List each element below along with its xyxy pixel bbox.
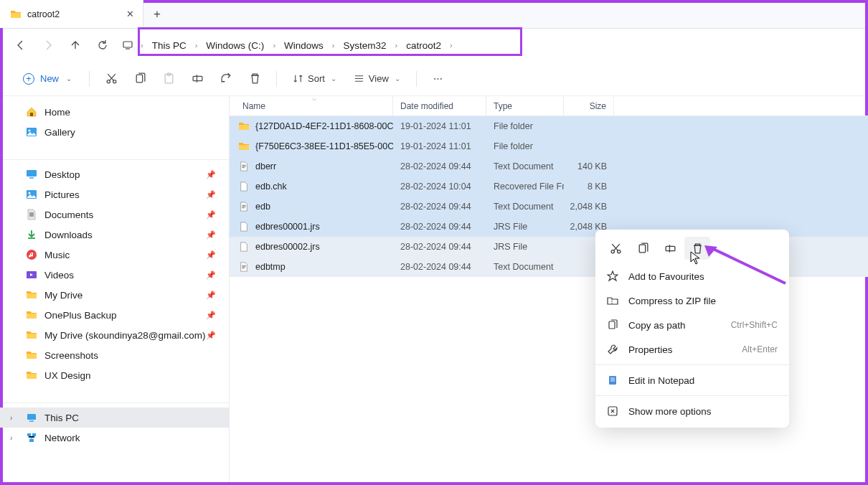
- music-icon: [26, 249, 37, 260]
- pin-icon: 📌: [206, 270, 216, 280]
- sidebar-item-gallery[interactable]: Gallery: [0, 122, 229, 142]
- ctx-item-edit-in-notepad[interactable]: Edit in Notepad: [595, 368, 789, 392]
- pin-icon: 📌: [206, 230, 216, 240]
- ctx-item-label: Properties: [628, 344, 673, 355]
- file-row[interactable]: dberr 28-02-2024 09:44 Text Document 140…: [230, 156, 868, 176]
- sidebar-item-network[interactable]: ›Network: [0, 428, 229, 448]
- ctx-cut-button[interactable]: [603, 237, 628, 260]
- txt-icon: [238, 261, 250, 273]
- file-date: 28-02-2024 09:44: [393, 202, 486, 212]
- svg-rect-21: [639, 245, 646, 253]
- sidebar-item-label: Screenshots: [44, 350, 98, 361]
- file-row[interactable]: {127D0A1D-4EF2-11D1-8608-00C04FC295... 1…: [230, 116, 868, 136]
- file-row[interactable]: edb.chk 28-02-2024 10:04 Recovered File …: [230, 176, 868, 197]
- more-icon: [607, 405, 618, 417]
- pin-icon: 📌: [206, 170, 216, 179]
- zip-icon: [607, 295, 618, 306]
- file-size: 2,048 KB: [564, 202, 614, 212]
- videos-icon: [26, 269, 37, 281]
- file-date: 28-02-2024 09:44: [393, 242, 486, 252]
- ctx-rename-button[interactable]: [657, 237, 683, 260]
- pin-icon: 📌: [206, 250, 216, 260]
- pc-icon: [26, 412, 37, 423]
- sidebar-item[interactable]: Pictures📌: [0, 184, 229, 204]
- ctx-item-properties[interactable]: PropertiesAlt+Enter: [595, 337, 789, 362]
- sidebar-item-this-pc[interactable]: ›This PC: [0, 408, 229, 428]
- column-type[interactable]: Type: [486, 96, 564, 116]
- file-name: {127D0A1D-4EF2-11D1-8608-00C04FC295...: [255, 121, 393, 131]
- tab-close-icon[interactable]: ✕: [126, 9, 134, 19]
- svg-rect-24: [609, 376, 616, 385]
- folder-icon: [26, 289, 37, 301]
- star-icon: [607, 270, 618, 282]
- ctx-item-compress-to-zip-file[interactable]: Compress to ZIP file: [595, 288, 789, 313]
- ctx-item-label: Compress to ZIP file: [628, 296, 716, 306]
- sidebar-item[interactable]: My Drive📌: [0, 285, 229, 305]
- ctx-item-copy-as-path[interactable]: Copy as pathCtrl+Shift+C: [595, 313, 789, 337]
- file-date: 19-01-2024 11:01: [393, 121, 486, 131]
- sidebar-item[interactable]: Screenshots: [0, 345, 229, 365]
- sidebar-item-label: This PC: [44, 413, 79, 423]
- context-top-actions: [595, 234, 789, 264]
- file-icon: [238, 241, 250, 253]
- file-icon: [238, 181, 250, 192]
- sidebar-item[interactable]: Videos📌: [0, 265, 229, 285]
- ctx-item-label: Copy as path: [628, 320, 686, 331]
- window-tab[interactable]: catroot2 ✕: [0, 0, 143, 28]
- sidebar-item-label: Home: [44, 107, 70, 118]
- column-pull-icon[interactable]: ⌵: [312, 94, 316, 102]
- sidebar-item[interactable]: My Drive (skoundinya28@gmail.com)📌: [0, 325, 229, 345]
- context-menu: Add to FavouritesCompress to ZIP fileCop…: [595, 230, 789, 428]
- separator: [595, 364, 789, 365]
- chevron-right-icon[interactable]: ›: [10, 434, 12, 442]
- sidebar-item-label: Videos: [44, 270, 74, 281]
- ctx-item-show-more-options[interactable]: Show more options: [595, 399, 789, 423]
- svg-rect-7: [30, 113, 33, 116]
- sidebar-item[interactable]: Desktop📌: [0, 164, 229, 184]
- ctx-item-add-to-favourites[interactable]: Add to Favourites: [595, 264, 789, 288]
- sidebar-item[interactable]: UX Design: [0, 365, 229, 385]
- file-date: 28-02-2024 10:04: [393, 182, 486, 192]
- file-name: {F750E6C3-38EE-11D1-85E5-00C04FC295...: [255, 141, 393, 151]
- downloads-icon: [26, 229, 37, 240]
- column-name[interactable]: Name: [230, 96, 393, 116]
- column-date[interactable]: Date modified: [393, 96, 486, 116]
- file-row[interactable]: {F750E6C3-38EE-11D1-85E5-00C04FC295... 1…: [230, 136, 868, 156]
- sidebar-item-home[interactable]: Home: [0, 102, 229, 122]
- column-size[interactable]: Size: [564, 96, 614, 116]
- svg-rect-17: [32, 433, 36, 436]
- txt-icon: [238, 161, 250, 172]
- file-name: edbres00002.jrs: [255, 242, 320, 252]
- sidebar-item[interactable]: Documents📌: [0, 204, 229, 225]
- file-icon: [238, 221, 250, 232]
- sidebar-item[interactable]: Music📌: [0, 245, 229, 265]
- documents-icon: [26, 209, 37, 220]
- sidebar-item-label: Downloads: [44, 230, 93, 240]
- sidebar-item-label: My Drive (skoundinya28@gmail.com): [44, 330, 206, 341]
- svg-rect-18: [29, 439, 34, 442]
- sidebar-item-label: UX Design: [44, 370, 91, 381]
- pin-icon: 📌: [206, 291, 216, 300]
- file-size: 140 KB: [564, 161, 614, 171]
- file-date: 28-02-2024 09:44: [393, 262, 486, 272]
- file-name: edb: [255, 202, 270, 212]
- notepad-icon: [607, 375, 618, 386]
- separator: [595, 395, 789, 396]
- svg-rect-15: [27, 414, 36, 420]
- sidebar-item-label: Network: [44, 433, 80, 443]
- file-type: JRS File: [486, 242, 564, 252]
- file-type: Text Document: [486, 161, 564, 171]
- ctx-shortcut: Alt+Enter: [742, 344, 778, 354]
- ctx-copy-button[interactable]: [630, 237, 656, 260]
- sidebar-item[interactable]: Downloads📌: [0, 225, 229, 245]
- file-name: edb.chk: [255, 182, 287, 192]
- file-date: 28-02-2024 09:44: [393, 222, 486, 232]
- chevron-right-icon[interactable]: ›: [10, 414, 12, 422]
- file-row[interactable]: edb 28-02-2024 09:44 Text Document 2,048…: [230, 197, 868, 217]
- pin-icon: 📌: [206, 190, 216, 199]
- ctx-delete-button[interactable]: [684, 237, 710, 260]
- wrench-icon: [607, 344, 618, 355]
- sidebar-item[interactable]: OnePlus Backup📌: [0, 305, 229, 325]
- file-type: Text Document: [486, 262, 564, 272]
- gallery-icon: [26, 126, 37, 138]
